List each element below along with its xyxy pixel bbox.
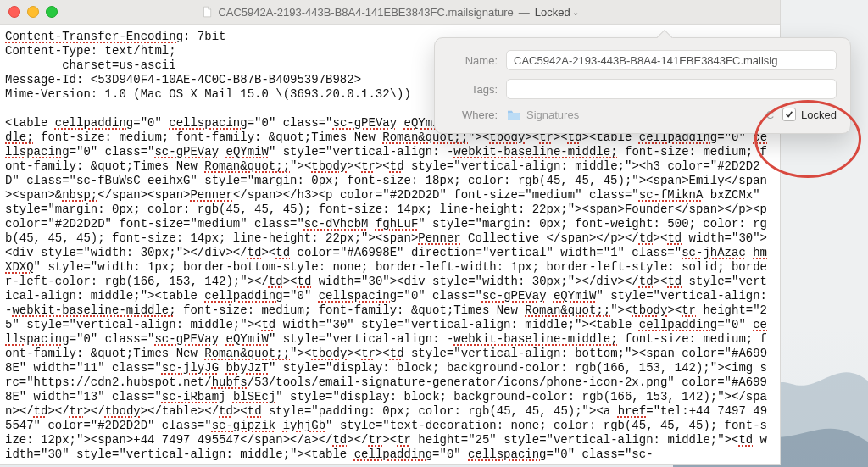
checkbox-box [782,108,796,121]
checkmark-icon [785,110,793,119]
title-filename: CAC5942A-2193-443B-B8A4-141EBE3843FC.mai… [218,6,513,19]
where-suffix: C [766,108,774,121]
where-row: Where: Signatures C Locked [448,108,837,121]
window-controls [8,6,58,18]
window-title[interactable]: CAC5942A-2193-443B-B8A4-141EBE3843FC.mai… [201,6,578,19]
title-locked-label: Locked [535,6,570,19]
close-button[interactable] [8,6,20,18]
tags-label: Tags: [448,83,498,96]
where-popup-button[interactable]: Signatures C [506,108,774,121]
titlebar: CAC5942A-2193-443B-B8A4-141EBE3843FC.mai… [0,0,780,25]
where-label: Where: [448,108,498,121]
title-locked-dropdown[interactable]: Locked ⌄ [535,6,579,19]
name-label: Name: [448,54,498,67]
svg-rect-0 [508,113,520,120]
tags-field[interactable] [506,79,837,99]
name-field[interactable]: CAC5942A-2193-443B-B8A4-141EBE3843FC.mai… [506,50,837,70]
minimize-button[interactable] [27,6,39,18]
locked-checkbox-label: Locked [801,108,837,121]
locked-checkbox[interactable]: Locked [782,108,837,121]
tags-row: Tags: [448,79,837,99]
where-folder-name: Signatures [526,108,579,121]
chevron-down-icon: ⌄ [572,8,579,17]
folder-icon [506,108,521,120]
title-separator: — [519,6,530,19]
name-row: Name: CAC5942A-2193-443B-B8A4-141EBE3843… [448,50,837,70]
maximize-button[interactable] [46,6,58,18]
file-info-popover: Name: CAC5942A-2193-443B-B8A4-141EBE3843… [434,37,851,134]
popover-arrow [657,30,674,38]
name-value: CAC5942A-2193-443B-B8A4-141EBE3843FC.mai… [514,54,777,67]
document-icon [201,6,213,18]
